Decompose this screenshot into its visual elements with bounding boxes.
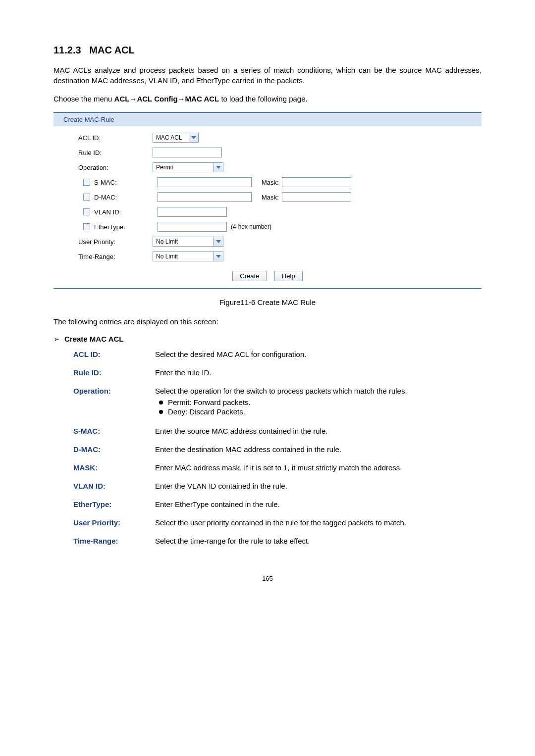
chevron-down-icon bbox=[214, 237, 223, 246]
definition-row: MASK:Enter MAC address mask. If it is se… bbox=[54, 463, 482, 472]
chevron-down-icon bbox=[189, 133, 198, 142]
svg-marker-0 bbox=[191, 136, 196, 139]
acl-id-value: MAC ACL bbox=[153, 134, 189, 141]
row-rule-id: Rule ID: bbox=[54, 145, 482, 160]
definition-term: D-MAC: bbox=[73, 445, 155, 454]
document-page: 11.2.3 MAC ACL MAC ACLs analyze and proc… bbox=[0, 0, 535, 602]
operation-value: Permit bbox=[153, 164, 214, 171]
page-number: 165 bbox=[54, 575, 482, 582]
row-operation: Operation: Permit bbox=[54, 160, 482, 175]
definition-row: D-MAC:Enter the destination MAC address … bbox=[54, 445, 482, 454]
acl-id-select[interactable]: MAC ACL bbox=[153, 133, 199, 143]
svg-marker-1 bbox=[216, 166, 221, 169]
definition-term: EtherType: bbox=[73, 500, 155, 508]
section-number: 11.2.3 bbox=[54, 45, 81, 55]
definition-term: VLAN ID: bbox=[73, 482, 155, 490]
panel-header: Create MAC-Rule bbox=[54, 113, 482, 126]
definition-description: Enter MAC address mask. If it is set to … bbox=[155, 463, 482, 472]
definition-description: Enter the source MAC address contained i… bbox=[155, 427, 482, 435]
smac-toggle[interactable]: S-MAC: bbox=[78, 179, 158, 186]
definition-row: ACL ID:Select the desired MAC ACL for co… bbox=[54, 350, 482, 358]
definition-term: Rule ID: bbox=[73, 368, 155, 377]
definition-description: Select the user priority contained in th… bbox=[155, 518, 482, 527]
user-priority-select[interactable]: No Limit bbox=[153, 237, 223, 247]
dmac-input[interactable] bbox=[158, 192, 252, 202]
operation-select[interactable]: Permit bbox=[153, 162, 223, 172]
definition-bullet: Deny: Discard Packets. bbox=[155, 407, 482, 416]
definition-description: Enter the rule ID. bbox=[155, 368, 482, 377]
intro-paragraph: MAC ACLs analyze and process packets bas… bbox=[54, 65, 482, 86]
definition-description: Select the operation for the switch to p… bbox=[155, 387, 482, 417]
label-operation: Operation: bbox=[78, 164, 153, 171]
figure-caption: Figure11-6 Create MAC Rule bbox=[54, 298, 482, 306]
ethertype-checkbox[interactable] bbox=[83, 223, 90, 230]
row-vlan-id: VLAN ID: bbox=[54, 204, 482, 219]
chevron-down-icon bbox=[214, 252, 223, 261]
smac-mask-input[interactable] bbox=[282, 177, 351, 187]
ethertype-toggle[interactable]: EtherType: bbox=[78, 223, 158, 231]
definition-row: VLAN ID:Enter the VLAN ID contained in t… bbox=[54, 482, 482, 490]
definition-row: Rule ID:Enter the rule ID. bbox=[54, 368, 482, 377]
row-dmac: D-MAC: Mask: bbox=[54, 190, 482, 204]
svg-marker-2 bbox=[216, 240, 221, 243]
menu-path: ACL→ACL Config→MAC ACL bbox=[114, 95, 219, 103]
smac-checkbox[interactable] bbox=[83, 179, 90, 186]
label-dmac: D-MAC: bbox=[94, 194, 117, 201]
definition-description: Enter EtherType contained in the rule. bbox=[155, 500, 482, 508]
screen-intro: The following entries are displayed on t… bbox=[54, 317, 482, 326]
svg-marker-3 bbox=[216, 255, 221, 258]
row-smac: S-MAC: Mask: bbox=[54, 175, 482, 190]
row-user-priority: User Priority: No Limit bbox=[54, 234, 482, 249]
label-time-range: Time-Range: bbox=[78, 253, 153, 260]
definition-term: S-MAC: bbox=[73, 427, 155, 435]
button-row: Create Help bbox=[54, 264, 482, 281]
create-mac-rule-panel: Create MAC-Rule ACL ID: MAC ACL Rule ID:… bbox=[54, 112, 482, 289]
label-acl-id: ACL ID: bbox=[78, 134, 153, 142]
row-ethertype: EtherType: (4-hex number) bbox=[54, 219, 482, 234]
definition-term: MASK: bbox=[73, 463, 155, 472]
vlanid-toggle[interactable]: VLAN ID: bbox=[78, 208, 158, 216]
definition-heading: ➢ Create MAC ACL bbox=[54, 335, 482, 343]
definition-term: User Priority: bbox=[73, 518, 155, 527]
definition-row: Operation:Select the operation for the s… bbox=[54, 387, 482, 417]
menu-instruction: Choose the menu ACL→ACL Config→MAC ACL t… bbox=[54, 95, 482, 103]
smac-input[interactable] bbox=[158, 177, 252, 187]
dmac-checkbox[interactable] bbox=[83, 194, 90, 201]
definition-term: Time-Range: bbox=[73, 537, 155, 545]
section-heading: 11.2.3 MAC ACL bbox=[54, 45, 482, 56]
vlanid-input[interactable] bbox=[158, 207, 227, 217]
panel-body: ACL ID: MAC ACL Rule ID: Operation: Perm… bbox=[54, 126, 482, 288]
label-vlanid: VLAN ID: bbox=[94, 208, 121, 216]
definition-row: Time-Range:Select the time-range for the… bbox=[54, 537, 482, 545]
definition-bullet: Permit: Forward packets. bbox=[155, 398, 482, 406]
definition-term: ACL ID: bbox=[73, 350, 155, 358]
definition-row: S-MAC:Enter the source MAC address conta… bbox=[54, 427, 482, 435]
dmac-mask-input[interactable] bbox=[282, 192, 351, 202]
label-smac: S-MAC: bbox=[94, 179, 117, 186]
section-title: MAC ACL bbox=[89, 45, 134, 55]
definition-row: User Priority:Select the user priority c… bbox=[54, 518, 482, 527]
definition-term: Operation: bbox=[73, 387, 155, 417]
chevron-down-icon bbox=[214, 163, 223, 172]
smac-mask-label: Mask: bbox=[262, 179, 279, 186]
dmac-toggle[interactable]: D-MAC: bbox=[78, 194, 158, 201]
definition-description: Select the desired MAC ACL for configura… bbox=[155, 350, 482, 358]
vlanid-checkbox[interactable] bbox=[83, 208, 90, 215]
definition-description: Enter the VLAN ID contained in the rule. bbox=[155, 482, 482, 490]
help-button[interactable]: Help bbox=[274, 271, 303, 281]
label-user-priority: User Priority: bbox=[78, 238, 153, 246]
rule-id-input[interactable] bbox=[153, 148, 222, 157]
user-priority-value: No Limit bbox=[153, 238, 214, 245]
dmac-mask-label: Mask: bbox=[262, 194, 279, 201]
label-ethertype: EtherType: bbox=[94, 223, 125, 231]
ethertype-note: (4-hex number) bbox=[231, 223, 271, 230]
create-button[interactable]: Create bbox=[232, 271, 267, 281]
time-range-value: No Limit bbox=[153, 253, 214, 260]
row-acl-id: ACL ID: MAC ACL bbox=[54, 130, 482, 145]
definition-row: EtherType:Enter EtherType contained in t… bbox=[54, 500, 482, 508]
time-range-select[interactable]: No Limit bbox=[153, 252, 223, 261]
definition-description: Select the time-range for the rule to ta… bbox=[155, 537, 482, 545]
arrow-right-icon: ➢ bbox=[54, 335, 59, 343]
ethertype-input[interactable] bbox=[158, 222, 227, 232]
definition-description: Enter the destination MAC address contai… bbox=[155, 445, 482, 454]
